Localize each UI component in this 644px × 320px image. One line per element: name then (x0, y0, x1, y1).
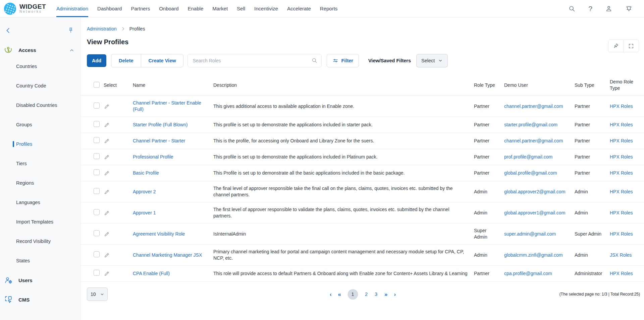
row-checkbox[interactable] (94, 153, 100, 159)
filter-button[interactable]: Filter (327, 54, 359, 67)
row-checkbox[interactable] (94, 209, 100, 215)
demo-user-link[interactable]: prof.profile@gmail.com (504, 154, 575, 160)
sidebar-item-states[interactable]: States (0, 251, 80, 270)
nav-item-onboard[interactable]: Onboard (159, 0, 178, 17)
next-page-arrow[interactable]: › (394, 292, 395, 297)
demo-role-type-link[interactable]: HPX Roles (610, 138, 639, 144)
delete-button[interactable]: Delete (111, 54, 141, 67)
user-icon[interactable] (605, 5, 612, 12)
filter-button-label: Filter (341, 58, 353, 63)
breadcrumb-administration[interactable]: Administration (87, 26, 117, 31)
demo-role-type-link[interactable]: HPX Roles (610, 170, 639, 176)
help-icon[interactable]: ? (588, 5, 592, 12)
bell-icon[interactable] (625, 5, 633, 12)
nav-item-market[interactable]: Market (212, 0, 228, 17)
profile-name-link[interactable]: Approver 1 (133, 210, 213, 216)
page-number-3[interactable]: 3 (375, 292, 377, 297)
row-checkbox[interactable] (94, 188, 100, 194)
demo-user-link[interactable]: global.profile@gmail.com (504, 170, 575, 176)
row-checkbox[interactable] (94, 169, 100, 175)
demo-user-link[interactable]: global.approver2@gmail.com (504, 189, 575, 195)
demo-role-type-link[interactable]: HPX Roles (610, 122, 639, 128)
sidebar-collapse-icon[interactable] (5, 27, 12, 34)
profile-name-link[interactable]: Basic Profile (133, 170, 213, 176)
chevron-up-icon[interactable] (69, 48, 74, 53)
first-page-arrow[interactable]: ‹‹ (338, 292, 340, 297)
sidebar-item-disabled-countries[interactable]: Disabled Countries (0, 95, 80, 115)
add-button[interactable]: Add (87, 54, 106, 67)
sidebar-item-profiles[interactable]: Profiles (0, 134, 80, 154)
profile-name-link[interactable]: Agreement Visibility Role (133, 231, 213, 237)
edit-icon[interactable] (104, 122, 133, 128)
pin-page-icon[interactable] (608, 40, 624, 52)
demo-user-link[interactable]: channel.partner@gmail.com (504, 103, 575, 110)
demo-role-type-link[interactable]: HPX Roles (610, 270, 639, 277)
profile-name-link[interactable]: Professional Profile (133, 154, 213, 160)
edit-icon[interactable] (104, 154, 133, 160)
demo-user-link[interactable]: super.admin@gmail.com (504, 231, 575, 237)
sidebar-item-groups[interactable]: Groups (0, 115, 80, 134)
edit-icon[interactable] (104, 189, 133, 195)
profile-name-link[interactable]: Starter Profile (Full Blown) (133, 122, 213, 128)
page-number-2[interactable]: 2 (365, 292, 368, 297)
prev-page-arrow[interactable]: ‹ (330, 292, 331, 297)
profile-name-link[interactable]: Channel Marketing Manager JSX (133, 252, 213, 258)
profile-name-link[interactable]: Approver 2 (133, 189, 213, 195)
demo-user-link[interactable]: channel.partner@gmail.com (504, 138, 575, 144)
sidebar-item-record-visibility[interactable]: Record Visibility (0, 232, 80, 251)
edit-icon[interactable] (104, 231, 133, 237)
search-icon[interactable] (568, 5, 576, 12)
demo-user-link[interactable]: globalcmm.zinfi@gmail.com (504, 252, 575, 258)
sidebar-pin-icon[interactable] (68, 27, 74, 34)
row-checkbox[interactable] (94, 121, 100, 127)
nav-item-sell[interactable]: Sell (237, 0, 245, 17)
edit-icon[interactable] (104, 270, 133, 277)
demo-user-link[interactable]: global.approver1@gmail.com (504, 210, 575, 216)
demo-role-type-link[interactable]: HPX Roles (610, 189, 639, 195)
sidebar-section-access[interactable]: Access (0, 46, 80, 55)
demo-role-type-link[interactable]: HPX Roles (610, 154, 639, 160)
demo-user-link[interactable]: starter.profile@gmail.com (504, 122, 575, 128)
row-checkbox[interactable] (94, 137, 100, 143)
demo-user-link[interactable]: cpa.profile@gmail.com (504, 270, 575, 277)
demo-role-type-link[interactable]: HPX Roles (610, 103, 639, 110)
profile-name-link[interactable]: Channel Partner - Starter Enable (Full) (133, 100, 213, 113)
edit-icon[interactable] (104, 170, 133, 176)
row-checkbox[interactable] (94, 270, 100, 276)
sidebar-item-languages[interactable]: Languages (0, 193, 80, 212)
edit-icon[interactable] (104, 103, 133, 110)
page-size-select[interactable]: 10 (87, 287, 108, 301)
sidebar-item-tiers[interactable]: Tiers (0, 154, 80, 173)
select-all-checkbox[interactable] (94, 82, 100, 88)
sidebar-item-countries[interactable]: Countries (0, 57, 80, 76)
demo-role-type-link[interactable]: HPX Roles (610, 210, 639, 216)
nav-item-partners[interactable]: Partners (131, 0, 150, 17)
profile-name-link[interactable]: Channel Partner - Starter (133, 138, 213, 144)
row-checkbox[interactable] (94, 251, 100, 257)
nav-item-accelerate[interactable]: Accelerate (287, 0, 311, 17)
demo-role-type-link[interactable]: HPX Roles (610, 231, 639, 237)
nav-item-reports[interactable]: Reports (320, 0, 338, 17)
fullscreen-icon[interactable] (624, 40, 639, 52)
last-page-arrow[interactable]: ›› (384, 292, 387, 297)
sidebar-item-country-code[interactable]: Country Code (0, 76, 80, 95)
saved-filters-select[interactable]: Select (416, 54, 448, 67)
nav-item-incentivize[interactable]: Incentivize (254, 0, 278, 17)
create-view-button[interactable]: Create View (141, 54, 183, 67)
profile-name-link[interactable]: CPA Enable (Full) (133, 270, 213, 277)
edit-icon[interactable] (104, 138, 133, 144)
search-roles-input[interactable] (187, 54, 322, 67)
edit-icon[interactable] (104, 210, 133, 216)
row-checkbox[interactable] (94, 103, 100, 109)
row-checkbox[interactable] (94, 230, 100, 236)
nav-item-administration[interactable]: Administration (56, 0, 88, 17)
edit-icon[interactable] (104, 252, 133, 258)
nav-item-enable[interactable]: Enable (188, 0, 204, 17)
sidebar-item-cms[interactable]: CMS (0, 290, 80, 309)
sidebar-item-regions[interactable]: Regions (0, 173, 80, 193)
sidebar-item-import-templates[interactable]: Import Templates (0, 212, 80, 232)
demo-role-type-link[interactable]: JSX Roles (610, 252, 639, 258)
nav-item-dashboard[interactable]: Dashboard (97, 0, 122, 17)
page-number-1[interactable]: 1 (347, 289, 358, 300)
sidebar-item-users[interactable]: Users (0, 270, 80, 290)
